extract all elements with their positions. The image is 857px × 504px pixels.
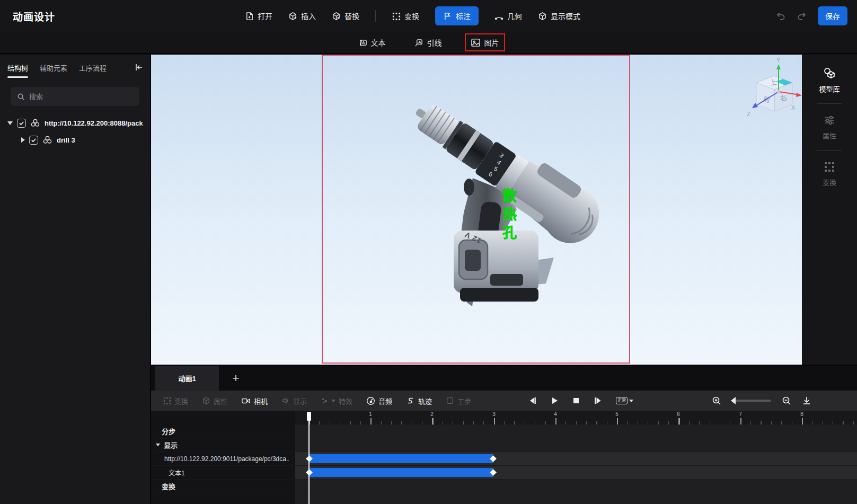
trajectory-icon	[406, 396, 415, 405]
timeline-row-transform[interactable]: 变换	[151, 480, 857, 493]
ruler-tick: 3	[488, 411, 500, 417]
open-button[interactable]: 打开	[245, 11, 272, 21]
gizmo-axis-y: Y	[776, 57, 781, 63]
visibility-checkbox[interactable]	[29, 136, 38, 145]
playhead[interactable]	[308, 412, 310, 504]
geometry-button[interactable]: 几何	[494, 11, 522, 21]
gizmo-axis-z: Z	[747, 111, 750, 117]
timeline-bar-package[interactable]	[310, 454, 493, 463]
model-library-button[interactable]: 模型库	[819, 64, 840, 97]
tl-transform-button[interactable]: 变换	[163, 396, 188, 406]
image-tool-button[interactable]: 图片	[465, 33, 505, 51]
stop-button[interactable]	[572, 397, 580, 404]
tab-structure-tree[interactable]: 结构树	[7, 55, 28, 80]
label-column-filler	[151, 493, 295, 504]
toolbar-divider	[375, 10, 376, 22]
annotation-text[interactable]: 散热孔	[498, 188, 519, 244]
transform-panel-button[interactable]: 变换	[823, 157, 836, 190]
slider-handle[interactable]	[731, 397, 736, 404]
search-box[interactable]	[11, 87, 139, 106]
tl-camera-button[interactable]: 相机	[241, 396, 268, 406]
undo-icon[interactable]	[775, 11, 786, 21]
annotation-subtoolbar: A 文本 A 引线 图片	[0, 32, 857, 53]
structure-tree: http://10.122.92.200:8088/pack... drill …	[0, 114, 150, 148]
annotation-flag-icon	[443, 12, 452, 21]
step-backward-button[interactable]	[528, 396, 537, 405]
ruler-tick: 4	[549, 411, 562, 417]
speed-label: 正常	[616, 397, 628, 404]
redo-icon[interactable]	[797, 11, 807, 21]
timeline-row-display[interactable]: 显示	[151, 438, 857, 452]
annotate-button[interactable]: 标注	[435, 6, 479, 25]
add-animation-tab-button[interactable]: +	[228, 371, 243, 386]
timeline-row-package-url[interactable]: http://10.122.92.200:9011/package/pc/3dc…	[151, 452, 857, 465]
caret-right-icon[interactable]	[21, 137, 25, 143]
tab-process-flow[interactable]: 工序流程	[79, 55, 107, 80]
tab-auxiliary-elements[interactable]: 辅助元素	[40, 55, 67, 80]
speaker-icon	[281, 396, 290, 405]
tl-workstep-button[interactable]: 工步	[446, 396, 471, 406]
caret-down-icon[interactable]	[7, 121, 13, 125]
file-open-icon	[245, 12, 254, 21]
replace-button[interactable]: 替换	[332, 11, 359, 21]
tl-trajectory-button[interactable]: 轨迹	[406, 396, 432, 406]
timeline-zoom-controls	[712, 391, 811, 411]
properties-button[interactable]: 属性	[823, 110, 836, 144]
ruler-tick: 1	[364, 411, 377, 417]
zoom-in-icon[interactable]	[712, 396, 721, 405]
drill-model[interactable]: 12 V 3 4 5 6	[151, 55, 802, 365]
collapse-panel-icon[interactable]	[134, 63, 144, 72]
cube-icon	[202, 396, 210, 405]
display-mode-button[interactable]: 显示模式	[538, 11, 580, 21]
save-button[interactable]: 保存	[818, 6, 847, 25]
cube-icon	[538, 12, 547, 21]
viewport-3d[interactable]: 12 V 3 4 5 6 散热孔	[151, 55, 802, 365]
timeline-row-steps[interactable]: 分步	[151, 425, 857, 438]
transform-dots-icon	[823, 160, 836, 174]
sliders-icon	[823, 113, 836, 127]
workstep-icon	[446, 396, 454, 405]
playback-speed-dropdown[interactable]: 正常	[616, 397, 633, 404]
tl-effects-button[interactable]: 特效	[321, 396, 352, 406]
zoom-out-icon[interactable]	[782, 396, 791, 405]
timeline-bar-text1[interactable]	[310, 468, 493, 477]
tl-audio-button[interactable]: 音频	[366, 396, 392, 406]
timeline-row-text1[interactable]: 文本1	[151, 466, 857, 479]
svg-text:A: A	[418, 39, 421, 44]
download-icon[interactable]	[802, 396, 811, 405]
divider	[817, 150, 842, 151]
track-area[interactable]	[295, 425, 857, 438]
divider	[817, 103, 842, 104]
caret-down-icon[interactable]	[156, 444, 160, 447]
text-box-icon: A	[357, 38, 367, 47]
play-button[interactable]	[551, 396, 559, 405]
topbar: 动画设计 打开 插入 替换 变换 标注 几何 显示模式	[0, 0, 857, 32]
track-area[interactable]	[295, 480, 857, 493]
major-ticks	[309, 418, 857, 425]
track-area[interactable]	[295, 438, 857, 452]
ruler-corner	[151, 411, 295, 425]
topbar-menu: 打开 插入 替换 变换 标注 几何 显示模式	[245, 0, 580, 32]
animation-tab[interactable]: 动画1	[155, 366, 219, 391]
track-filler	[295, 493, 857, 504]
ruler-tick: 2	[426, 411, 438, 417]
transform-button[interactable]: 变换	[392, 11, 419, 21]
camera-icon	[241, 396, 251, 405]
tl-properties-button[interactable]: 属性	[202, 396, 227, 406]
search-icon	[17, 93, 25, 101]
step-forward-button[interactable]	[594, 396, 602, 405]
insert-button[interactable]: 插入	[288, 11, 316, 21]
timeline-ruler[interactable]: 0 1 2 3 4 5 6 7 8	[295, 411, 857, 425]
tree-node-package[interactable]: http://10.122.92.200:8088/pack...	[0, 114, 150, 131]
cube-plus-icon	[288, 12, 297, 21]
track-tools: 变换 属性 相机 显示 特效 音频	[163, 391, 471, 411]
tree-node-drill3[interactable]: drill 3	[0, 131, 150, 148]
text-tool-button[interactable]: A 文本	[352, 34, 391, 50]
visibility-checkbox[interactable]	[17, 119, 26, 128]
tl-display-button[interactable]: 显示	[281, 396, 307, 406]
model-library-icon	[823, 67, 836, 81]
search-input[interactable]	[29, 93, 125, 101]
leader-tool-button[interactable]: A 引线	[409, 34, 447, 50]
orientation-gizmo[interactable]: 上 前 右 Y Z X	[743, 57, 802, 120]
timeline-zoom-slider[interactable]	[732, 400, 771, 402]
